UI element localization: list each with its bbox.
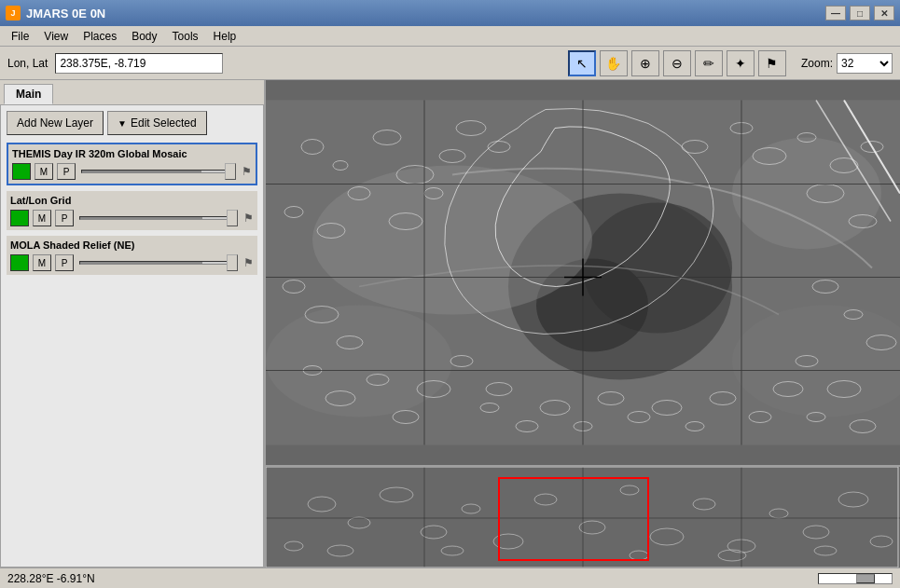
- zoom-label: Zoom:: [801, 57, 833, 70]
- layer-name-mola: MOLA Shaded Relief (NE): [10, 239, 254, 251]
- slider-thumb-latlon[interactable]: [227, 210, 238, 226]
- title-bar-left: J JMARS 0E 0N: [6, 6, 105, 21]
- edit-selected-button[interactable]: ▼ Edit Selected: [107, 111, 207, 135]
- select-tool-button[interactable]: ↖: [568, 50, 596, 76]
- layer-m-btn-themis[interactable]: M: [35, 163, 53, 180]
- layer-item-latlon[interactable]: Lat/Lon Grid M P ⚑: [7, 191, 257, 230]
- layer-m-btn-latlon[interactable]: M: [33, 210, 51, 226]
- menu-file[interactable]: File: [4, 28, 36, 45]
- layer-item-themis[interactable]: THEMIS Day IR 320m Global Mosaic M P ⚑: [7, 143, 257, 185]
- menu-body[interactable]: Body: [124, 28, 164, 45]
- coord-input[interactable]: [55, 53, 223, 74]
- pan-tool-button[interactable]: ✋: [600, 50, 628, 76]
- menu-tools[interactable]: Tools: [165, 28, 206, 45]
- panel-body: Add New Layer ▼ Edit Selected THEMIS Day…: [0, 104, 264, 567]
- main-content: Main Add New Layer ▼ Edit Selected THEMI…: [0, 80, 900, 567]
- layer-controls-themis: M P ⚑: [12, 163, 252, 180]
- maximize-button[interactable]: □: [850, 6, 870, 21]
- measure-tool-button[interactable]: ✏: [695, 50, 723, 76]
- flag-button[interactable]: ⚑: [758, 50, 786, 76]
- app-icon: J: [6, 6, 21, 21]
- zoom-in-button[interactable]: ⊕: [631, 50, 659, 76]
- status-coord: 228.28°E -6.91°N: [7, 572, 95, 585]
- layer-flag-icon-mola: ⚑: [243, 256, 254, 269]
- close-button[interactable]: ✕: [874, 6, 894, 21]
- map-mini[interactable]: [266, 465, 900, 567]
- slider-thumb-mola[interactable]: [227, 254, 238, 271]
- layer-flag-icon-themis: ⚑: [242, 165, 252, 178]
- scroll-bar[interactable]: [818, 573, 893, 584]
- layer-name-themis: THEMIS Day IR 320m Global Mosaic: [12, 148, 252, 159]
- layer-color-mola[interactable]: [10, 254, 29, 271]
- layer-item-mola[interactable]: MOLA Shaded Relief (NE) M P ⚑: [7, 236, 257, 275]
- status-bar: 228.28°E -6.91°N: [0, 567, 900, 588]
- panel-tabs: Main: [0, 80, 264, 104]
- bookmark-button[interactable]: ✦: [727, 50, 755, 76]
- tab-main[interactable]: Main: [4, 84, 53, 104]
- map-main[interactable]: [266, 80, 900, 465]
- layer-m-btn-mola[interactable]: M: [33, 254, 51, 271]
- minimize-button[interactable]: —: [825, 6, 846, 21]
- title-bar: J JMARS 0E 0N — □ ✕: [0, 0, 900, 26]
- menu-places[interactable]: Places: [76, 28, 124, 45]
- layer-p-btn-latlon[interactable]: P: [55, 210, 74, 226]
- layer-controls-mola: M P ⚑: [10, 254, 254, 271]
- window-controls: — □ ✕: [825, 6, 894, 21]
- scroll-thumb[interactable]: [856, 574, 875, 583]
- menu-view[interactable]: View: [36, 28, 76, 45]
- app-title: JMARS 0E 0N: [26, 7, 105, 21]
- zoom-out-button[interactable]: ⊖: [663, 50, 691, 76]
- layer-p-btn-mola[interactable]: P: [55, 254, 74, 271]
- layer-controls-latlon: M P ⚑: [10, 210, 254, 226]
- layer-flag-icon-latlon: ⚑: [243, 212, 254, 225]
- layer-color-themis[interactable]: [12, 163, 31, 180]
- left-panel: Main Add New Layer ▼ Edit Selected THEMI…: [0, 80, 266, 567]
- menu-help[interactable]: Help: [206, 28, 244, 45]
- layer-name-latlon: Lat/Lon Grid: [10, 195, 254, 206]
- map-svg: [266, 80, 900, 465]
- mini-map-svg: [266, 467, 900, 567]
- slider-thumb-themis[interactable]: [225, 163, 236, 180]
- zoom-select[interactable]: 1 2 4 8 16 32 64 128: [837, 53, 893, 74]
- layer-color-latlon[interactable]: [10, 210, 29, 226]
- edit-dropdown-arrow: ▼: [118, 118, 127, 129]
- toolbar: Lon, Lat ↖ ✋ ⊕ ⊖ ✏ ✦ ⚑ Zoom: 1 2 4 8 16 …: [0, 47, 900, 80]
- layer-p-btn-themis[interactable]: P: [57, 163, 76, 180]
- map-area[interactable]: [266, 80, 900, 567]
- add-new-layer-button[interactable]: Add New Layer: [7, 111, 104, 135]
- layer-buttons: Add New Layer ▼ Edit Selected: [7, 111, 257, 135]
- menu-bar: File View Places Body Tools Help: [0, 26, 900, 47]
- coord-label: Lon, Lat: [7, 57, 48, 70]
